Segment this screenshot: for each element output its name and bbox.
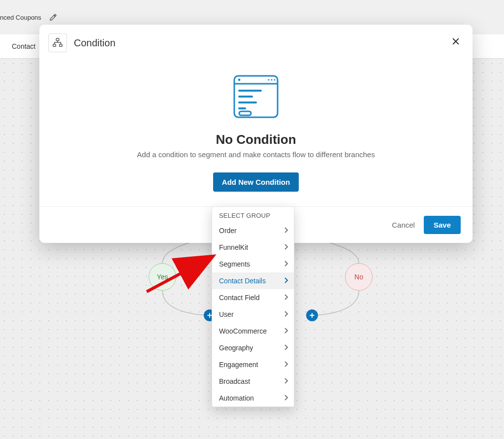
close-icon xyxy=(451,36,461,46)
svg-point-6 xyxy=(271,79,272,80)
dropdown-item-label: Automation xyxy=(219,394,254,402)
cancel-button[interactable]: Cancel xyxy=(392,221,415,229)
svg-point-4 xyxy=(238,79,241,81)
chevron-right-icon xyxy=(284,394,288,402)
chevron-right-icon xyxy=(284,361,288,369)
condition-icon xyxy=(48,34,67,52)
svg-rect-0 xyxy=(56,38,59,41)
dropdown-item-label: Engagement xyxy=(219,361,258,369)
dropdown-item-label: FunnelKit xyxy=(219,243,248,251)
dropdown-item-label: Segments xyxy=(219,260,250,268)
chevron-right-icon xyxy=(284,377,288,385)
close-button[interactable] xyxy=(449,34,463,48)
dropdown-item-label: WooCommerce xyxy=(219,327,267,335)
chevron-right-icon xyxy=(284,327,288,335)
flow-no-label: No xyxy=(354,273,363,281)
flow-no-node[interactable]: No xyxy=(345,263,373,291)
flow-yes-node[interactable]: Yes xyxy=(149,263,176,291)
dropdown-item-woocommerce[interactable]: WooCommerce xyxy=(212,323,294,339)
svg-point-5 xyxy=(268,79,269,80)
add-new-condition-button[interactable]: Add New Condition xyxy=(213,172,299,192)
chevron-right-icon xyxy=(284,344,288,352)
dropdown-item-order[interactable]: Order xyxy=(212,222,294,239)
svg-rect-1 xyxy=(53,44,56,47)
dropdown-item-label: User xyxy=(219,310,234,318)
dropdown-item-engagement[interactable]: Engagement xyxy=(212,356,294,373)
add-step-right[interactable]: + xyxy=(306,309,318,321)
dropdown-item-label: Contact Field xyxy=(219,294,259,302)
breadcrumb-label: Contact xyxy=(12,42,35,50)
modal-body: No Condition Add a condition to segment … xyxy=(39,61,472,206)
dropdown-item-label: Order xyxy=(219,227,237,235)
svg-rect-8 xyxy=(239,111,251,115)
dropdown-header: SELECT GROUP xyxy=(212,207,294,222)
pencil-icon[interactable] xyxy=(49,13,57,21)
dropdown-item-segments[interactable]: Segments xyxy=(212,256,294,272)
save-button[interactable]: Save xyxy=(424,216,461,234)
flow-yes-label: Yes xyxy=(157,273,168,281)
empty-state-subtitle: Add a condition to segment and make cont… xyxy=(59,150,453,159)
svg-rect-2 xyxy=(60,44,63,47)
dropdown-item-label: Broadcast xyxy=(219,377,250,385)
dropdown-item-automation[interactable]: Automation xyxy=(212,390,294,406)
condition-group-dropdown[interactable]: SELECT GROUP OrderFunnelKitSegmentsConta… xyxy=(212,206,294,407)
chevron-right-icon xyxy=(284,277,288,285)
chevron-right-icon xyxy=(284,260,288,268)
chevron-right-icon xyxy=(284,310,288,318)
chevron-right-icon xyxy=(284,294,288,302)
dropdown-item-contact-field[interactable]: Contact Field xyxy=(212,289,294,306)
empty-state-icon xyxy=(230,72,282,123)
empty-state-title: No Condition xyxy=(59,132,453,147)
chevron-right-icon xyxy=(284,227,288,235)
dropdown-item-user[interactable]: User xyxy=(212,306,294,323)
dropdown-item-contact-details[interactable]: Contact Details xyxy=(212,272,294,289)
dropdown-item-broadcast[interactable]: Broadcast xyxy=(212,373,294,390)
dropdown-item-funnelkit[interactable]: FunnelKit xyxy=(212,239,294,256)
chevron-right-icon xyxy=(284,243,288,251)
modal-title: Condition xyxy=(74,37,116,49)
dropdown-item-label: Contact Details xyxy=(219,277,266,285)
dropdown-item-label: Geography xyxy=(219,344,253,352)
dropdown-item-geography[interactable]: Geography xyxy=(212,339,294,356)
svg-point-7 xyxy=(274,79,275,80)
modal-header: Condition xyxy=(39,25,472,61)
page-title-fragment: nced Coupons xyxy=(0,14,41,21)
